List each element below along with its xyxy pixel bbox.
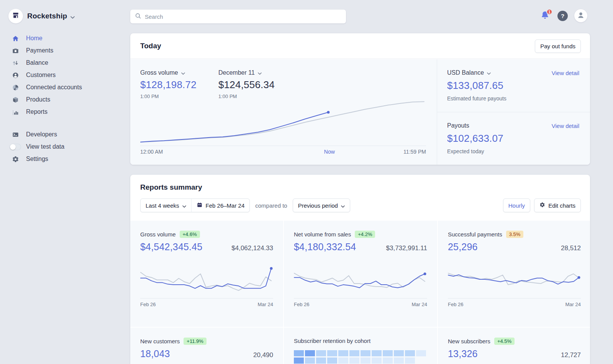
chart-axis-line: [294, 298, 427, 298]
date-range-picker[interactable]: Feb 26–Mar 24: [191, 199, 250, 212]
metric-label: New customers: [140, 338, 180, 344]
metric-current-value: $4,180,332.54: [294, 241, 356, 253]
gear-icon: [8, 156, 22, 163]
sidebar-item-reports[interactable]: Reports: [8, 106, 123, 118]
axis-start-label: 12:00 AM: [140, 149, 163, 155]
axis-end-label: Mar 24: [258, 302, 273, 307]
notifications-button[interactable]: 1: [540, 10, 551, 21]
payouts-label: Payouts: [447, 122, 469, 129]
metric-current-value: 25,296: [448, 241, 478, 253]
comparison-day-time: 1:00 PM: [218, 93, 275, 99]
metric-previous-value: $4,062,124.33: [231, 244, 273, 252]
customers-icon: [8, 72, 22, 79]
help-button[interactable]: ?: [557, 11, 568, 21]
toggle-knob: [10, 144, 16, 150]
change-badge: +11.9%: [184, 338, 207, 345]
metric-current-value: $4,542,345.45: [140, 241, 202, 253]
edit-charts-button[interactable]: Edit charts: [534, 198, 581, 212]
sidebar-item-home[interactable]: Home: [8, 32, 123, 44]
sidebar-item-settings[interactable]: Settings: [8, 153, 123, 165]
notification-count-badge: 1: [546, 9, 552, 15]
sidebar-item-balance[interactable]: Balance: [8, 57, 123, 69]
account-switcher[interactable]: Rocketship: [8, 9, 75, 23]
bell-icon: [540, 15, 550, 21]
chevron-down-icon: [341, 202, 345, 209]
products-icon: [8, 96, 22, 103]
metric-current-value: 13,326: [448, 348, 478, 359]
gross-volume-selector[interactable]: Gross volume: [140, 69, 197, 76]
reports-summary-title: Reports summary: [140, 183, 202, 192]
test-data-toggle[interactable]: [10, 144, 21, 150]
sidebar-item-developers[interactable]: Developers: [8, 128, 123, 141]
gross-volume-value: $128,198.72: [140, 79, 197, 91]
metric-previous-value: $3,732,991.11: [386, 244, 427, 252]
report-filters: Last 4 weeks Feb 26–Mar 24 compared to P…: [140, 198, 350, 212]
retention-cohort-heatmap: [294, 350, 427, 364]
sidebar-item-connected-accounts[interactable]: Connected accounts: [8, 81, 123, 93]
search-bar: [130, 10, 346, 23]
metric-label: Net volume from sales: [294, 231, 351, 238]
payouts-section: Payouts View detail $102,633.07 Expected…: [437, 112, 590, 165]
metric-current-value: 18,043: [140, 348, 170, 359]
axis-start-label: Feb 26: [294, 302, 309, 307]
connected-accounts-icon: [8, 84, 22, 91]
hourly-button[interactable]: Hourly: [503, 198, 530, 212]
sidebar-secondary-nav: Developers View test data Settings: [8, 128, 123, 165]
person-icon: [577, 11, 585, 21]
axis-end-label: Mar 24: [412, 302, 427, 307]
subscriber-retention-card: Subscriber retention by cohort: [284, 328, 437, 364]
chevron-down-icon: [70, 13, 75, 20]
user-avatar[interactable]: [574, 9, 587, 22]
chevron-down-icon: [182, 202, 186, 209]
payouts-view-detail-link[interactable]: View detail: [552, 123, 579, 129]
sidebar-item-customers[interactable]: Customers: [8, 69, 123, 81]
sidebar-item-products[interactable]: Products: [8, 93, 123, 106]
net-volume-metric-card: Net volume from sales +4.2% $4,180,332.5…: [284, 221, 437, 327]
balances-panel: USD Balance View detail $133,087.65 Esti…: [437, 59, 590, 165]
comparison-day-value: $124,556.34: [218, 79, 275, 91]
chart-axis-line: [140, 298, 273, 298]
metric-previous-value: 12,727: [561, 351, 581, 359]
axis-now-label: Now: [324, 149, 335, 155]
gross-volume-sparkline: [140, 263, 273, 297]
comparison-period-dropdown[interactable]: Previous period: [293, 198, 350, 212]
axis-start-label: Feb 26: [140, 302, 156, 307]
question-mark-icon: ?: [561, 13, 564, 19]
usd-balance-value: $133,087.65: [447, 80, 580, 92]
metrics-grid: Gross volume +4.6% $4,542,345.45 $4,062,…: [130, 221, 590, 364]
comparison-day-stat: December 11 $124,556.34 1:00 PM: [218, 69, 275, 99]
sidebar-item-payments[interactable]: Payments: [8, 44, 123, 57]
gross-volume-metric-card: Gross volume +4.6% $4,542,345.45 $4,062,…: [130, 221, 283, 327]
metric-previous-value: 20,490: [253, 351, 273, 359]
reports-summary-card: Reports summary Last 4 weeks Feb 26–Mar …: [130, 175, 590, 364]
metric-label: Subscriber retention by cohort: [294, 338, 370, 344]
compared-to-label: compared to: [255, 202, 287, 209]
balance-icon: [8, 59, 22, 67]
chevron-down-icon: [258, 69, 262, 76]
successful-payments-metric-card: Successful payments 3.5% 25,296 28,512 F…: [438, 221, 590, 327]
search-icon: [135, 13, 141, 21]
reports-icon: [8, 108, 22, 116]
metric-label: Gross volume: [140, 231, 176, 238]
new-customers-metric-card: New customers +11.9% 18,043 20,490: [130, 328, 283, 364]
payouts-caption: Expected today: [447, 148, 580, 154]
search-input[interactable]: [145, 13, 341, 20]
account-logo: [8, 9, 23, 23]
net-volume-sparkline: [294, 263, 427, 297]
date-range-control: Last 4 weeks Feb 26–Mar 24: [140, 198, 250, 212]
calendar-icon: [197, 202, 203, 209]
change-badge: +4.6%: [180, 231, 200, 238]
gross-volume-stat: Gross volume $128,198.72 1:00 PM: [140, 69, 197, 99]
pay-out-funds-button[interactable]: Pay out funds: [535, 39, 581, 53]
comparison-day-selector[interactable]: December 11: [218, 69, 275, 76]
chevron-down-icon: [181, 69, 185, 76]
usd-balance-view-detail-link[interactable]: View detail: [552, 70, 579, 76]
today-card-header: Today Pay out funds: [130, 33, 590, 59]
axis-start-label: Feb 26: [448, 302, 463, 307]
today-volume-chart: [140, 99, 426, 145]
today-chart-panel: Gross volume $128,198.72 1:00 PM Decembe…: [130, 59, 437, 165]
chart-axis-line: [448, 298, 581, 298]
chart-axis-line: [140, 146, 426, 146]
range-preset-dropdown[interactable]: Last 4 weeks: [141, 199, 191, 212]
storefront-icon: [12, 11, 20, 21]
